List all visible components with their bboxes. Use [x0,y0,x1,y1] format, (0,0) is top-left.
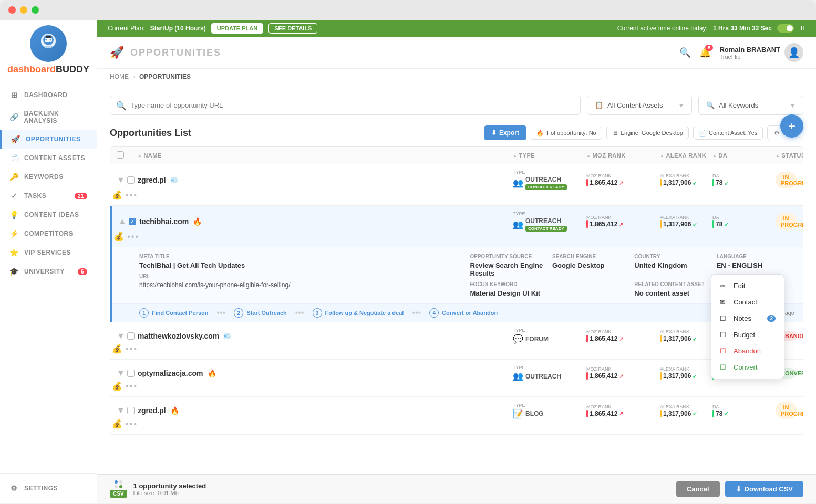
user-subtitle: TrueFlip [719,54,780,60]
expand-zgred2[interactable]: ▼ [117,406,138,415]
header-alexa[interactable]: ▲ ALEXA RANK [660,152,712,159]
ctx-edit[interactable]: ✏ Edit [711,278,784,294]
ctx-notes[interactable]: ☐ Notes 2 [711,310,784,327]
sidebar-item-content-ideas[interactable]: 💡 CONTENT IDEAS [0,205,97,224]
more-options-button[interactable]: ••• [126,419,138,429]
moz-val: 1,865,412 [590,410,617,417]
asset-filter-icon: 📄 [699,130,706,136]
more-options-button[interactable]: ••• [126,191,138,200]
see-details-button[interactable]: SEE DETAILS [268,23,317,34]
row-actions-matthew: ✉ 📋 💰 ••• [117,344,138,354]
content-area: + 🔍 📋 All Content Assets ▼ 🔍 All Keyword… [97,85,816,474]
header-search-icon[interactable]: 🔍 [679,47,691,58]
row-checkbox-optymalizacja[interactable] [127,370,135,377]
monitor-icon: 🖥 [612,130,618,136]
step-2[interactable]: 2 Start Outreach [234,308,286,318]
notification-button[interactable]: 🔔 5 [699,47,711,58]
sidebar-item-dashboard[interactable]: ⊞ DASHBOARD [0,86,97,104]
sidebar-item-competitors[interactable]: ⚡ COMPETITORS [0,224,97,243]
alexa-val: 1,317,906 [663,179,691,186]
more-options-button[interactable]: ••• [126,344,138,354]
step-1[interactable]: 1 Find Contact Person [139,308,209,318]
sidebar-item-backlink[interactable]: 🔗 BACKLINK ANALYSIS [0,104,97,130]
select-all-checkbox[interactable] [117,151,124,159]
more-options-button[interactable]: ••• [127,232,139,242]
header-da[interactable]: ▲ DA [712,152,776,159]
sidebar-item-settings[interactable]: ⚙ SETTINGS [0,479,97,498]
sidebar-item-university[interactable]: 🎓 UNIVERSITY 6 [0,262,97,281]
row-name-zgred: zgred.pl 💨 [138,176,513,184]
keywords-label: All Keywords [719,101,758,109]
engine-filter[interactable]: 🖥 Engine: Google Desktop [606,127,689,139]
focus-keyword-section: FOCUS KEYWORD Material Design UI Kit [470,281,631,297]
bottom-bar-right: Cancel ⬇ Download CSV [676,481,803,497]
close-dot[interactable] [8,6,16,14]
maximize-dot[interactable] [32,6,39,14]
ctx-abandon[interactable]: ☐ Abandon [711,343,784,359]
step-4[interactable]: 4 Convert or Abandon [429,308,498,318]
step-3[interactable]: 3 Follow up & Negotiate a deal [313,308,404,318]
header-status[interactable]: ▲ STATUS [776,152,797,159]
hot-opportunity-filter[interactable]: 🔥 Hot opportunity: No [531,127,602,140]
more-options-button[interactable]: ••• [126,382,138,391]
search-engine-section: SEARCH ENGINE Google Desktop [552,254,630,277]
budget-icon[interactable]: 💰 [112,381,122,391]
search-input[interactable] [110,96,581,115]
download-csv-button[interactable]: ⬇ Download CSV [725,481,803,497]
row-main-optymalizacja[interactable]: ▼ optymalizacja.com 🔥 TYPE 👥 OUTREACH [110,360,803,396]
header-moz[interactable]: ▲ MOZ RANK [586,152,660,159]
search-engine-label: SEARCH ENGINE [552,254,630,259]
alexa-val: 1,317,906 [663,335,691,342]
add-button[interactable]: + [780,114,803,138]
sidebar-item-content-assets[interactable]: 📄 CONTENT ASSETS [0,149,97,167]
row-main-zgred[interactable]: ▼ zgred.pl 💨 TYPE 👥 OUT [110,164,803,205]
export-button[interactable]: ⬇ Export [484,125,526,140]
sidebar-item-vip-services[interactable]: ⭐ VIP SERVICES [0,243,97,262]
budget-icon[interactable]: 💰 [112,190,122,200]
row-checkbox-zgred2[interactable] [127,407,135,414]
type-label: TYPE [513,403,525,408]
row-main-zgred2[interactable]: ▼ zgred.pl 🔥 TYPE 📝 BLOG [110,397,803,434]
header-name[interactable]: ▲ NAME [138,152,513,159]
table-header: ▲ NAME ▲ TYPE ▲ MOZ RANK ▲ ALEXA RANK [110,147,803,164]
ctx-convert[interactable]: ☐ Convert [711,359,784,375]
ctx-budget[interactable]: ☐ Budget [711,327,784,343]
budget-icon[interactable]: 💰 [112,344,122,354]
row-checkbox-zgred[interactable] [127,176,135,184]
da-val: 78 [716,220,722,228]
breadcrumb-home[interactable]: HOME [110,73,129,80]
keywords-dropdown[interactable]: 🔍 All Keywords ▼ [698,96,803,115]
moz-rank-zgred2: MOZ RANK 1,865,412 ↗ [586,404,660,417]
header-type[interactable]: ▲ TYPE [513,152,586,159]
minimize-dot[interactable] [20,6,27,14]
dot-4 [119,485,122,488]
breadcrumb: HOME › OPPORTUNITIES [97,69,816,85]
moz-rank-optymalizacja: MOZ RANK 1,865,412 ↗ [586,366,660,380]
url-value: https://techibhai.com/is-your-phone-elig… [139,281,464,289]
sidebar-item-opportunities[interactable]: 🚀 OPPORTUNITIES [0,130,97,149]
budget-icon[interactable]: 💰 [112,419,122,429]
content-assets-dropdown[interactable]: 📋 All Content Assets ▼ [587,96,692,115]
step-sep-3: ••• [412,308,421,318]
budget-icon[interactable]: 💰 [113,232,124,242]
row-main-techibhai[interactable]: ▲ ✓ techibhai.com 🔥 TYPE 👥 [112,206,803,247]
cancel-button[interactable]: Cancel [676,481,720,497]
active-toggle[interactable] [777,24,794,33]
update-plan-button[interactable]: UPDATE PLAN [211,23,263,34]
sidebar-item-tasks[interactable]: ✓ TASKS 21 [0,186,97,205]
top-bar-left: Current Plan: StartUp (10 Hours) UPDATE … [108,23,317,34]
expand-zgred[interactable]: ▼ [117,175,138,185]
row-checkbox-techibhai[interactable]: ✓ [129,218,136,225]
expand-matthew[interactable]: ▼ [117,331,138,341]
expand-techibhai[interactable]: ▲ ✓ [118,217,139,226]
sidebar-label-content-ideas: CONTENT IDEAS [24,211,79,218]
sidebar-item-keywords[interactable]: 🔑 KEYWORDS [0,167,97,186]
notes-icon[interactable]: 📋 [110,232,110,242]
ctx-abandon-label: Abandon [734,347,761,355]
row-checkbox-matthew[interactable] [127,332,135,340]
ctx-contact[interactable]: ✉ Contact [711,294,784,310]
asset-filter[interactable]: 📄 Content Asset: Yes [693,127,763,140]
expand-optymalizacja[interactable]: ▼ [117,369,138,378]
row-main-matthew[interactable]: ▼ matthewkozlovsky.com 💨 TYPE 💬 FORUM [110,322,803,359]
user-name: Romain BRABANT [719,46,780,54]
